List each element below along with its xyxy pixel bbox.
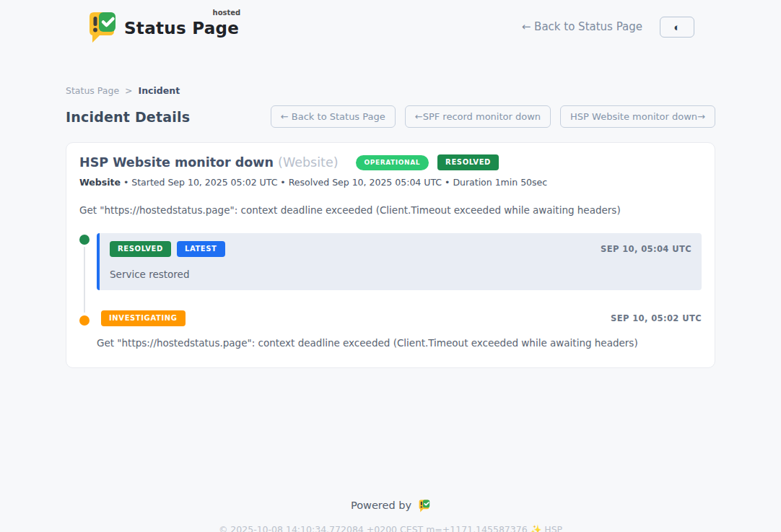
timeline-dot-investigating <box>79 315 90 326</box>
incident-title-text: HSP Website monitor down <box>79 155 274 170</box>
resolved-badge: RESOLVED <box>110 241 171 257</box>
back-to-status-page-button[interactable]: ← Back to Status Page <box>271 105 396 128</box>
incident-meta: Website • Started Sep 10, 2025 05:02 UTC… <box>79 177 702 188</box>
timeline-update-header: RESOLVED LATEST SEP 10, 05:04 UTC <box>110 241 691 257</box>
title-row: Incident Details ← Back to Status Page ←… <box>66 105 715 128</box>
timeline-entry-resolved: RESOLVED LATEST SEP 10, 05:04 UTC Servic… <box>79 233 702 290</box>
prev-incident-button[interactable]: ←SPF record monitor down <box>405 105 551 128</box>
breadcrumb-separator: > <box>125 85 132 96</box>
incident-meta-details: • Started Sep 10, 2025 05:02 UTC • Resol… <box>123 177 547 188</box>
timeline-timestamp: SEP 10, 05:04 UTC <box>601 244 691 254</box>
investigating-badge: INVESTIGATING <box>101 310 186 326</box>
timeline-timestamp: SEP 10, 05:02 UTC <box>611 313 702 323</box>
timeline-update-box: RESOLVED LATEST SEP 10, 05:04 UTC Servic… <box>97 233 702 290</box>
copyright-line: © 2025-10-08 14:10:34.772084 +0200 CEST … <box>66 524 715 532</box>
logo-brand-label: Status Page <box>124 19 239 38</box>
timeline-message: Get "https://hostedstatus.page": context… <box>97 337 702 349</box>
resolved-state-badge: RESOLVED <box>437 154 499 170</box>
powered-by-label: Powered by <box>351 500 411 511</box>
timeline-badges: RESOLVED LATEST <box>110 241 225 257</box>
incident-meta-component: Website <box>79 177 121 188</box>
back-to-status-page-link[interactable]: ← Back to Status Page <box>522 20 642 33</box>
header-actions: ← Back to Status Page ◐ <box>522 17 694 38</box>
next-incident-button[interactable]: HSP Website monitor down→ <box>560 105 715 128</box>
latest-badge: LATEST <box>177 241 225 257</box>
logo-hosted-label: hosted <box>213 9 241 17</box>
half-circle-icon: ◐ <box>673 22 680 32</box>
incident-timeline: RESOLVED LATEST SEP 10, 05:04 UTC Servic… <box>79 233 702 349</box>
breadcrumb: Status Page > Incident <box>66 85 715 96</box>
incident-title-row: HSP Website monitor down (Website) OPERA… <box>79 154 702 170</box>
timeline-connector-line <box>84 245 85 313</box>
main-content: Status Page > Incident Incident Details … <box>66 43 715 532</box>
incident-component: (Website) <box>278 155 338 170</box>
incident-nav-buttons: ← Back to Status Page ←SPF record monito… <box>271 105 715 128</box>
breadcrumb-status-page[interactable]: Status Page <box>66 85 119 96</box>
footer-logo-icon <box>418 499 430 513</box>
timeline-entry-investigating: INVESTIGATING SEP 10, 05:02 UTC Get "htt… <box>79 310 702 349</box>
powered-by[interactable]: Powered by <box>351 499 430 513</box>
incident-title: HSP Website monitor down (Website) <box>79 155 339 170</box>
status-page-logo-icon <box>87 10 117 43</box>
breadcrumb-incident: Incident <box>139 85 180 96</box>
app-logo[interactable]: hosted Status Page <box>87 10 239 43</box>
timeline-update-plain: INVESTIGATING SEP 10, 05:02 UTC Get "htt… <box>97 310 702 349</box>
incident-description: Get "https://hostedstatus.page": context… <box>79 204 702 216</box>
page-title: Incident Details <box>66 109 190 125</box>
operational-status-badge: OPERATIONAL <box>356 155 429 170</box>
logo-text: hosted Status Page <box>124 10 239 38</box>
footer: Powered by © 2025-10-08 14:10:34.772084 … <box>66 498 715 532</box>
timeline-message: Service restored <box>110 269 691 280</box>
timeline-update-header: INVESTIGATING SEP 10, 05:02 UTC <box>101 310 702 326</box>
timeline-dot-resolved <box>79 235 90 245</box>
header: hosted Status Page ← Back to Status Page… <box>87 0 694 43</box>
incident-card: HSP Website monitor down (Website) OPERA… <box>66 142 715 368</box>
theme-toggle-button[interactable]: ◐ <box>660 17 694 38</box>
